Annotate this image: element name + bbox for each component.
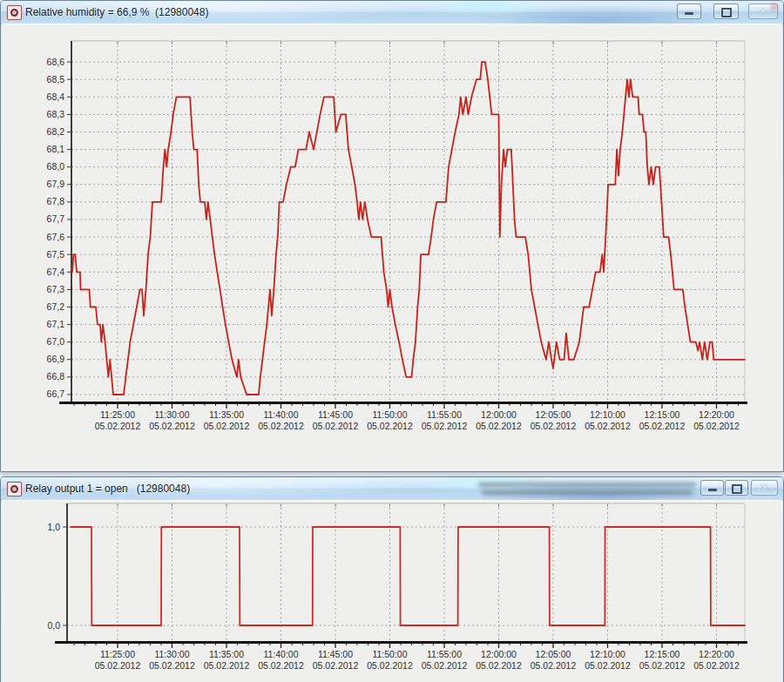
minimize-button[interactable] [700, 480, 724, 496]
relay-window-title: Relay output 1 = open (12980048) [25, 483, 190, 495]
minimize-button[interactable] [677, 3, 701, 19]
desktop: { "windows": [ { "title": "Relative humi… [0, 0, 784, 682]
background-bleed-through [478, 483, 696, 487]
close-icon: ✕ [759, 5, 767, 17]
gauge-dot-icon [10, 485, 18, 493]
humidity-window-body [2, 24, 782, 471]
relay-window: Relay output 1 = open (12980048) ✕ [0, 476, 784, 682]
maximize-icon [732, 484, 742, 494]
gauge-dot-icon [10, 9, 18, 17]
app-icon[interactable] [7, 482, 22, 496]
relay-window-titlebar[interactable]: Relay output 1 = open (12980048) ✕ [1, 477, 783, 501]
background-bleed-through [482, 490, 693, 495]
humidity-window-titlebar[interactable]: Relative humidity = 66,9 % (12980048) ✕ [1, 1, 783, 24]
maximize-button[interactable] [713, 3, 739, 19]
maximize-button[interactable] [725, 480, 748, 496]
humidity-window: Relative humidity = 66,9 % (12980048) ✕ [0, 0, 784, 472]
minimize-icon [708, 489, 717, 491]
humidity-window-title: Relative humidity = 66,9 % (12980048) [25, 6, 208, 18]
glass-reflection [771, 4, 777, 10]
relay-window-body [2, 500, 782, 682]
app-icon[interactable] [7, 5, 22, 20]
close-button[interactable]: ✕ [751, 480, 778, 496]
minimize-icon [685, 12, 693, 15]
maximize-icon [721, 8, 732, 17]
close-icon: ✕ [760, 482, 768, 494]
